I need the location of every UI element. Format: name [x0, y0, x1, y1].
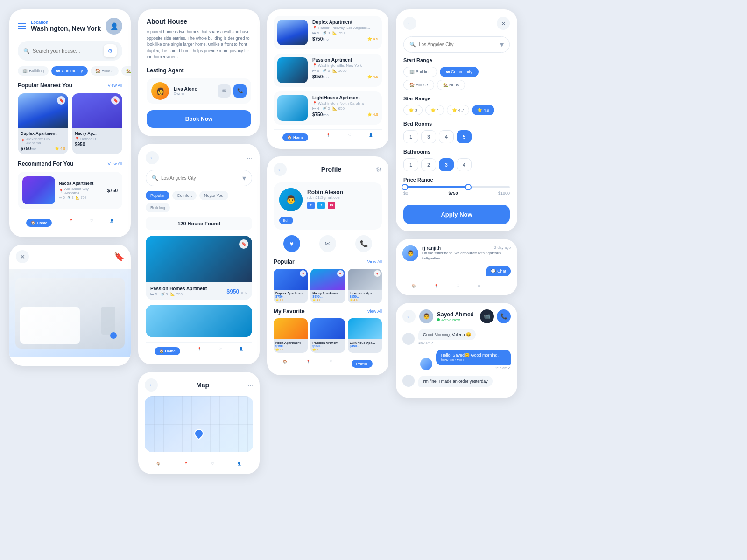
pop-card-duplex[interactable]: ♥ Duplex Apartment $750... ⭐ 4.9: [274, 269, 308, 303]
card4-nav-loc[interactable]: 📍: [326, 133, 331, 141]
pop-heart-narcy[interactable]: ♥: [337, 270, 344, 277]
bath-opt-1[interactable]: 1: [403, 158, 418, 171]
pop-heart-luxurious[interactable]: ♥: [374, 270, 381, 277]
map-nav-heart[interactable]: ♡: [211, 462, 214, 466]
apply-now-button[interactable]: Apply Now: [403, 205, 510, 224]
call-back-button[interactable]: ←: [402, 310, 416, 323]
card7-nav-more[interactable]: ···: [499, 284, 501, 288]
price-range-slider[interactable]: $0 $750 $1800: [403, 186, 510, 196]
fav-card-luxurious[interactable]: Luxurious Apa... $850...: [348, 318, 382, 353]
nav-home-btn[interactable]: 🏠 Home: [26, 219, 52, 227]
location-dot[interactable]: [110, 332, 117, 339]
back-button[interactable]: ←: [146, 151, 159, 164]
map-nav-home[interactable]: 🏠: [156, 462, 161, 466]
bed-opt-4[interactable]: 4: [439, 130, 454, 143]
nav-user[interactable]: 👤: [110, 219, 114, 227]
price-thumb-right[interactable]: [465, 184, 472, 190]
card7-nav-msg[interactable]: ✉: [478, 284, 480, 288]
bookmark-icon-large[interactable]: 🔖: [114, 252, 124, 262]
pop-heart-duplex[interactable]: ♥: [300, 270, 306, 277]
card5-nav-heart[interactable]: ♡: [330, 360, 332, 368]
city-search-input[interactable]: [161, 175, 240, 181]
card3-nav-home[interactable]: 🏠 Home: [155, 347, 180, 355]
filter-search-bar[interactable]: 🔍 ▾: [403, 36, 510, 53]
bookmark-listing-icon[interactable]: 🔖: [239, 239, 248, 249]
tag-popular[interactable]: Popular: [146, 191, 169, 200]
bookmark-icon[interactable]: 🔖: [57, 96, 65, 105]
house-card-duplex[interactable]: 🔖 Duplex Apartment 📍 Alexander City, Ala…: [18, 93, 68, 154]
heart-action-button[interactable]: ♥: [283, 235, 300, 252]
bed-opt-5[interactable]: 5: [457, 130, 472, 143]
tag-comfort[interactable]: Comfort: [172, 191, 197, 200]
start-tab-house[interactable]: 🏠 House: [403, 80, 434, 90]
card4-nav-home[interactable]: 🏠 Home: [282, 133, 308, 141]
star-opt-4[interactable]: ⭐ 4: [425, 105, 444, 115]
bed-opt-3[interactable]: 3: [421, 130, 436, 143]
pop-card-narcy[interactable]: ♥ Narcy Apartment $950... ⭐ 4.7: [310, 269, 345, 303]
star-opt-3[interactable]: ⭐ 3: [403, 105, 423, 115]
card5-nav-home[interactable]: 🏠: [283, 360, 287, 368]
filter-back-button[interactable]: ←: [403, 17, 416, 30]
message-action-button[interactable]: ✉: [319, 235, 336, 252]
map-nav-location[interactable]: 📍: [184, 462, 188, 466]
tag-building[interactable]: Building: [146, 203, 170, 212]
fav-card-noca[interactable]: Noca Apartment $1500... ⭐ 4.7: [274, 318, 308, 353]
fav-card-passion[interactable]: Passion Artment $950... ⭐ 4.9: [310, 318, 345, 353]
filter-dropdown-icon[interactable]: ▾: [500, 40, 504, 49]
bath-opt-4[interactable]: 4: [457, 158, 472, 171]
message-agent-btn[interactable]: ✉: [218, 84, 231, 98]
card4-nav-heart[interactable]: ♡: [348, 133, 351, 141]
start-tab-community[interactable]: 🏘 Community: [440, 67, 479, 77]
card5-nav-profile-active[interactable]: Profile: [352, 360, 373, 368]
phone-call-button[interactable]: 📞: [497, 309, 511, 323]
video-call-button[interactable]: 📹: [480, 309, 494, 323]
facebook-icon[interactable]: f: [307, 202, 315, 209]
pop-card-luxurious[interactable]: ♥ Luxurious Apa... $850... ⭐ 4.9: [348, 269, 382, 303]
card3-nav-user[interactable]: 👤: [239, 347, 243, 355]
nav-location[interactable]: 📍: [69, 219, 73, 227]
popular-view-all-5[interactable]: View All: [367, 259, 382, 264]
map-more-button[interactable]: ···: [247, 381, 253, 389]
dropdown-icon[interactable]: ▾: [242, 174, 246, 182]
nav-heart[interactable]: ♡: [90, 219, 93, 227]
card5-nav-loc[interactable]: 📍: [306, 360, 310, 368]
card3-nav-heart[interactable]: ♡: [219, 347, 222, 355]
tab-community[interactable]: 🏘 Community: [51, 66, 88, 76]
tab-building[interactable]: 🏢 Building: [18, 66, 49, 76]
tab-house2[interactable]: 🏡 House: [121, 66, 131, 76]
bookmark-icon2[interactable]: 🔖: [111, 96, 120, 105]
avatar[interactable]: 👤: [106, 18, 122, 35]
close-button[interactable]: ✕: [16, 250, 29, 263]
card7-nav-heart[interactable]: ♡: [457, 284, 459, 288]
instagram-icon[interactable]: in: [328, 202, 335, 209]
profile-back-button[interactable]: ←: [274, 163, 287, 176]
house-card-nacry[interactable]: 🔖 Nacry Ap... 📍 Harbor Fr... $950: [72, 93, 122, 154]
twitter-icon[interactable]: t: [317, 202, 325, 209]
property-passion[interactable]: Passion Aprtment 📍 Washingtonville, New …: [274, 54, 382, 87]
more-options-button[interactable]: ···: [247, 154, 252, 161]
listing-card-passion[interactable]: 🔖 Passion Homes Aprtment 🛏 5 🚿 3 📐 750 $…: [146, 236, 252, 300]
filter-close-button[interactable]: ✕: [497, 17, 510, 30]
call-action-button[interactable]: 📞: [355, 235, 372, 252]
listing-card-second[interactable]: [146, 305, 252, 337]
property-lighthouse[interactable]: LightHouse Aprtment 📍 Washington, North …: [274, 91, 382, 125]
search-bar[interactable]: 🔍 ⚙: [18, 41, 122, 61]
card7-nav-loc[interactable]: 📍: [434, 284, 438, 288]
star-opt-49[interactable]: ⭐ 4.9: [472, 105, 494, 115]
start-tab-hous[interactable]: 🏡 Hous: [437, 80, 465, 90]
card3-nav-location[interactable]: 📍: [197, 347, 202, 355]
filter-search-input[interactable]: [419, 42, 497, 47]
hamburger-menu[interactable]: [18, 23, 26, 29]
start-tab-building[interactable]: 🏢 Building: [403, 67, 437, 77]
bath-opt-3[interactable]: 3: [439, 158, 454, 171]
card4-nav-user[interactable]: 👤: [369, 133, 373, 141]
price-thumb-left[interactable]: [402, 184, 408, 190]
call-agent-btn[interactable]: 📞: [233, 84, 247, 98]
property-duplex[interactable]: Duplex Apartment 📍 Harbor Freeway, Los A…: [274, 16, 382, 49]
search-input[interactable]: [33, 48, 101, 54]
map-area[interactable]: [145, 396, 253, 452]
recommend-card[interactable]: Nacoa Apartment 📍 Alexander City, Alabam…: [18, 172, 122, 209]
popular-view-all[interactable]: View All: [108, 83, 122, 88]
recommend-view-all[interactable]: View All: [108, 161, 122, 166]
map-nav-user[interactable]: 👤: [237, 462, 241, 466]
